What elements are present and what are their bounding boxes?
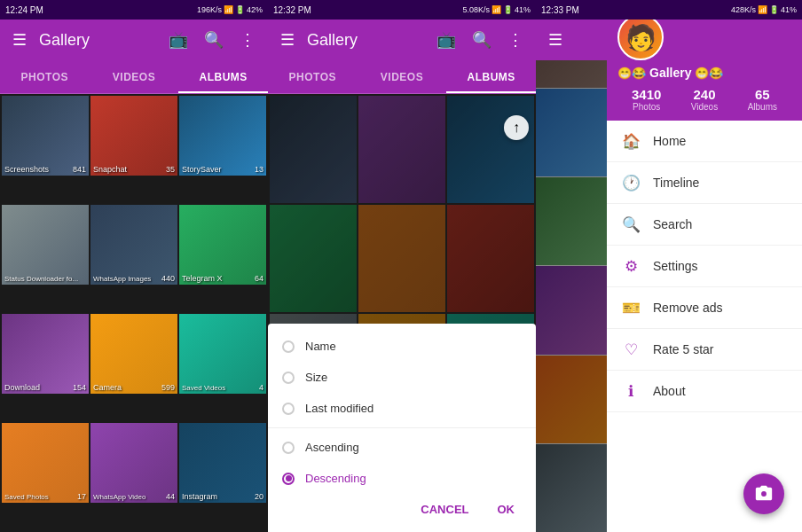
list-item[interactable]: Screenshots 841: [2, 96, 89, 176]
status-data-1: 196K/s: [197, 5, 222, 14]
list-item[interactable]: Download 154: [2, 314, 89, 394]
signal-icon-2: 📶: [491, 5, 501, 14]
signal-icon-3: 📶: [758, 5, 767, 14]
list-item[interactable]: Snapchat 35: [90, 96, 177, 176]
tab-photos-2[interactable]: PHOTOS: [268, 60, 358, 93]
settings-icon: ⚙: [621, 256, 641, 276]
hamburger-icon-1[interactable]: ☰: [9, 27, 30, 53]
rate-icon: ♡: [621, 340, 641, 359]
tab-videos-1[interactable]: VIDEOS: [90, 60, 179, 93]
status-time-1: 12:24 PM: [5, 5, 43, 15]
remove-ads-icon: 🎫: [621, 298, 641, 317]
list-item[interactable]: StorySaver 13: [179, 96, 266, 176]
battery-pct-2: 41%: [515, 5, 531, 14]
sort-option-asc[interactable]: Ascending: [268, 432, 536, 463]
menu-label-rate: Rate 5 star: [653, 342, 713, 356]
hamburger-icon-2[interactable]: ☰: [277, 27, 298, 53]
video-icon-1[interactable]: 📺: [165, 27, 192, 53]
sort-label-asc: Ascending: [305, 441, 359, 454]
album-count: 4: [259, 383, 263, 392]
album-count: 17: [77, 492, 86, 501]
app-title-1: Gallery: [39, 31, 156, 50]
status-right-1: 196K/s 📶 🔋 42%: [197, 5, 263, 14]
list-item[interactable]: Telegram X 64: [179, 205, 266, 285]
about-icon: ℹ: [621, 381, 641, 401]
album-count: 44: [166, 492, 175, 501]
status-left-1: 12:24 PM: [5, 5, 43, 15]
sort-cancel-button[interactable]: CANCEL: [413, 499, 476, 520]
panel-albums: 12:24 PM 196K/s 📶 🔋 42% ☰ Gallery 📺 🔍 ⋮ …: [0, 0, 268, 532]
menu-item-settings[interactable]: ⚙ Settings: [607, 246, 802, 287]
tabs-1: PHOTOS VIDEOS ALBUMS: [0, 60, 268, 94]
list-item[interactable]: Saved Photos 17: [2, 423, 89, 503]
list-item[interactable]: Saved Videos 4: [179, 314, 266, 394]
drawer-stats: 3410 Photos 240 Videos 65 Albums: [617, 87, 791, 112]
menu-item-rate[interactable]: ♡ Rate 5 star: [607, 329, 802, 371]
hamburger-icon-3[interactable]: ☰: [545, 27, 566, 53]
album-label: Download: [4, 383, 40, 392]
menu-item-timeline[interactable]: 🕐 Timeline: [607, 162, 802, 204]
list-item[interactable]: WhatsApp Images 440: [90, 205, 177, 285]
sort-option-name[interactable]: Name: [268, 331, 536, 362]
album-grid-1: Screenshots 841 Snapchat 35 StorySaver 1…: [0, 94, 268, 532]
home-icon: 🏠: [621, 131, 641, 151]
toolbar-3: ☰: [536, 20, 607, 60]
tab-photos-1[interactable]: PHOTOS: [0, 60, 90, 93]
status-time-2: 12:32 PM: [273, 5, 311, 15]
avatar: 🧑: [617, 14, 664, 60]
list-item[interactable]: WhatsApp Video 44: [90, 423, 177, 503]
more-icon-1[interactable]: ⋮: [236, 27, 259, 53]
drawer-user-row: 😁😂 Gallery 😁😂: [617, 66, 791, 80]
stat-albums-label: Albums: [734, 102, 791, 112]
status-left-2: 12:32 PM: [273, 5, 311, 15]
menu-item-remove-ads[interactable]: 🎫 Remove ads: [607, 287, 802, 329]
album-count: 13: [255, 165, 263, 174]
status-time-3: 12:33 PM: [541, 5, 579, 15]
stat-videos-num: 240: [675, 87, 733, 102]
list-item[interactable]: Status Downloader fo...: [2, 205, 89, 285]
more-icon-2[interactable]: ⋮: [504, 27, 527, 53]
menu-item-search[interactable]: 🔍 Search: [607, 204, 802, 246]
scroll-fab[interactable]: ↑: [504, 115, 529, 140]
status-data-2: 5.08K/s: [462, 5, 490, 14]
camera-fab[interactable]: [743, 473, 784, 514]
album-label: Camera: [93, 383, 122, 392]
sort-radio-size: [282, 372, 295, 384]
stat-albums-num: 65: [734, 87, 791, 102]
album-label: Snapchat: [93, 165, 127, 174]
tab-videos-2[interactable]: VIDEOS: [358, 60, 447, 93]
status-bar-2: 12:32 PM 5.08K/s 📶 🔋 41%: [268, 0, 536, 20]
drawer-menu: 🏠 Home 🕐 Timeline 🔍 Search ⚙ Settings 🎫 …: [607, 121, 802, 532]
battery-icon-2: 🔋: [503, 5, 513, 14]
sort-radio-modified: [282, 403, 295, 415]
album-label: Telegram X: [182, 274, 223, 283]
sort-label-modified: Last modified: [305, 402, 373, 415]
menu-label-settings: Settings: [653, 259, 698, 273]
sort-option-desc[interactable]: Descending: [268, 463, 536, 494]
album-count: 35: [166, 165, 175, 174]
menu-item-home[interactable]: 🏠 Home: [607, 121, 802, 162]
video-icon-2[interactable]: 📺: [433, 27, 460, 53]
tab-albums-2[interactable]: ALBUMS: [446, 60, 536, 93]
toolbar-2: ☰ Gallery 📺 🔍 ⋮: [268, 20, 536, 60]
list-item[interactable]: Instagram 20: [179, 423, 266, 503]
sort-option-modified[interactable]: Last modified: [268, 393, 536, 424]
menu-label-about: About: [653, 384, 686, 398]
sort-radio-asc: [282, 442, 295, 454]
tab-albums-1[interactable]: ALBUMS: [178, 60, 268, 93]
album-count: 64: [255, 274, 263, 283]
status-bar-1: 12:24 PM 196K/s 📶 🔋 42%: [0, 0, 268, 20]
menu-label-timeline: Timeline: [653, 176, 699, 190]
search-icon-1[interactable]: 🔍: [200, 27, 227, 53]
album-label: Status Downloader fo...: [4, 275, 78, 283]
search-icon: 🔍: [621, 215, 641, 234]
search-icon-2[interactable]: 🔍: [468, 27, 495, 53]
status-data-3: 428K/s: [731, 5, 756, 14]
album-count: 841: [73, 165, 86, 174]
list-item[interactable]: Camera 599: [90, 314, 177, 394]
menu-item-about[interactable]: ℹ About: [607, 371, 802, 412]
sort-option-size[interactable]: Size: [268, 362, 536, 393]
sort-ok-button[interactable]: OK: [491, 499, 523, 520]
stat-videos-label: Videos: [675, 102, 733, 112]
stat-photos-num: 3410: [617, 87, 675, 102]
